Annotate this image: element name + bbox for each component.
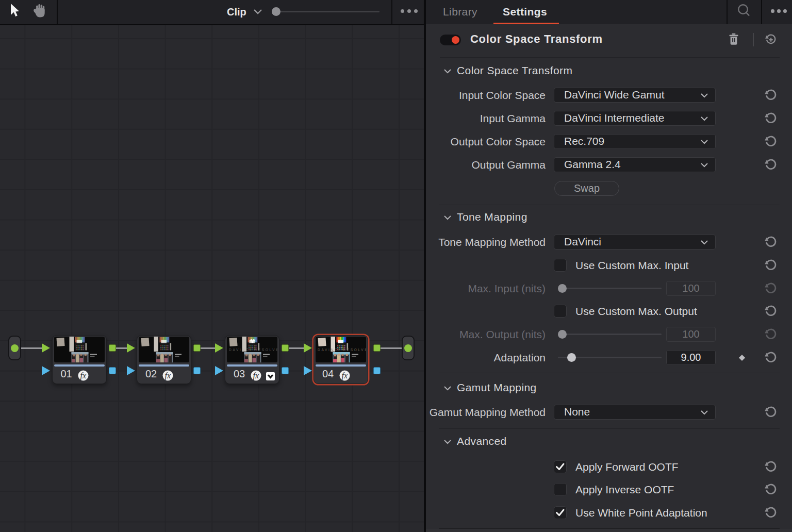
svg-text:fx: fx: [165, 371, 171, 380]
svg-text:fx: fx: [253, 371, 259, 380]
svg-text:fx: fx: [80, 371, 86, 380]
svg-text:DAVINCI RESOLVE: DAVINCI RESOLVE: [229, 348, 277, 352]
svg-text:DAVINCI RESOLVE: DAVINCI RESOLVE: [318, 348, 366, 352]
svg-text:fx: fx: [342, 371, 348, 380]
